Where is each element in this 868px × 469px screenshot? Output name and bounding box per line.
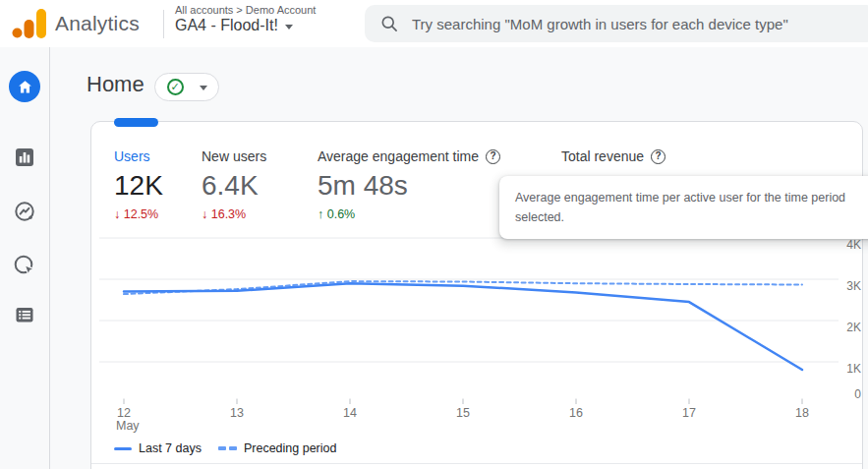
google-analytics-logo-icon[interactable] <box>12 9 47 38</box>
page-title: Home <box>87 72 145 97</box>
legend-item-preceding-period: Preceding period <box>218 441 337 455</box>
property-name: GA4 - Flood-It! <box>175 17 278 34</box>
svg-text:May: May <box>116 419 140 433</box>
product-name: Analytics <box>55 12 140 35</box>
svg-text:3K: 3K <box>846 279 861 293</box>
dash-segment <box>229 446 237 450</box>
sidebar-item-home[interactable] <box>9 71 40 102</box>
topbar-divider <box>163 10 164 38</box>
svg-text:0: 0 <box>854 387 861 401</box>
home-status-dropdown[interactable]: ✓ <box>154 73 219 101</box>
explore-icon <box>13 200 36 223</box>
overview-card: Users 12K ↓ 12.5% New users 6.4K ↓ 16.3%… <box>90 121 863 469</box>
bar-chart-icon <box>13 146 36 169</box>
legend-label: Preceding period <box>244 441 337 455</box>
list-icon <box>13 303 36 326</box>
svg-text:4K: 4K <box>846 238 861 252</box>
svg-text:15: 15 <box>456 406 470 420</box>
sidebar-item-explore[interactable] <box>13 200 36 223</box>
sidebar-item-advertising[interactable] <box>13 254 36 277</box>
help-tooltip: Average engagement time per active user … <box>499 176 868 239</box>
sidebar-item-reports[interactable] <box>13 146 36 169</box>
svg-text:1K: 1K <box>846 362 861 376</box>
main-content: Home ✓ Users 12K ↓ 12.5% New users 6.4K … <box>50 47 868 469</box>
advertising-icon <box>13 254 36 277</box>
sidebar-item-admin[interactable] <box>13 303 36 326</box>
svg-text:2K: 2K <box>846 321 861 334</box>
dash-segment <box>218 446 226 450</box>
chevron-down-icon <box>285 25 293 29</box>
breadcrumb[interactable]: All accounts > Demo Account <box>175 4 316 16</box>
search-bar[interactable] <box>365 5 868 42</box>
svg-text:16: 16 <box>569 406 583 420</box>
solid-line-swatch <box>114 447 132 450</box>
svg-text:12: 12 <box>117 406 131 420</box>
top-bar: Analytics All accounts > Demo Account GA… <box>0 0 868 47</box>
chevron-down-icon <box>200 86 207 90</box>
check-circle-icon: ✓ <box>167 79 184 95</box>
svg-text:17: 17 <box>682 406 696 420</box>
legend-item-last-7-days: Last 7 days <box>114 441 202 455</box>
home-icon <box>17 79 33 95</box>
search-icon <box>379 14 399 33</box>
svg-text:13: 13 <box>230 406 244 420</box>
svg-text:14: 14 <box>343 406 357 420</box>
tooltip-text: Average engagement time per active user … <box>515 188 868 227</box>
chart-legend: Last 7 days Preceding period <box>114 441 336 455</box>
search-input[interactable] <box>412 16 835 32</box>
dashed-line-swatch <box>218 446 237 450</box>
property-switcher[interactable]: GA4 - Flood-It! <box>175 17 316 34</box>
svg-text:18: 18 <box>795 406 809 420</box>
legend-label: Last 7 days <box>139 441 202 455</box>
left-nav-rail <box>0 47 50 469</box>
line-chart[interactable]: 01K2K3K4K12May131415161718 <box>91 122 864 469</box>
